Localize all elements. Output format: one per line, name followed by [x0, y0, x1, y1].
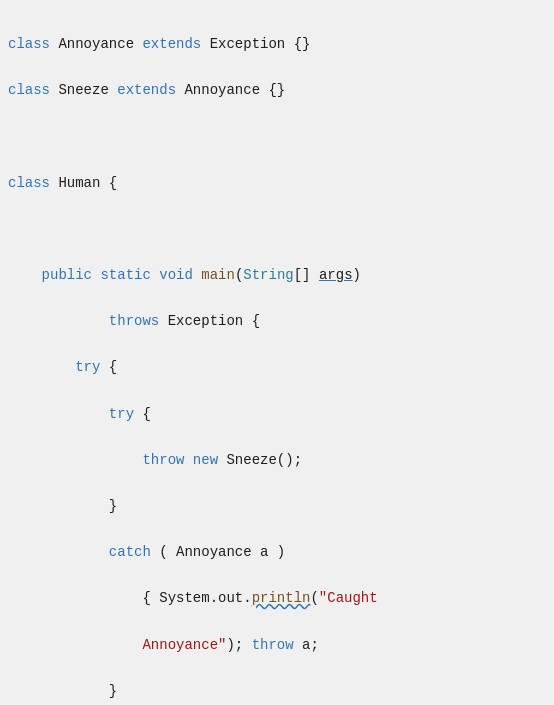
code-line-7: throws Exception {	[8, 310, 554, 333]
code-line-13: { System.out.println("Caught	[8, 587, 554, 610]
code-line-14: Annoyance"); throw a;	[8, 634, 554, 657]
code-line-10: throw new Sneeze();	[8, 449, 554, 472]
code-line-1: class Annoyance extends Exception {}	[8, 33, 554, 56]
code-line-8: try {	[8, 356, 554, 379]
code-editor: class Annoyance extends Exception {} cla…	[0, 0, 554, 705]
code-line-12: catch ( Annoyance a )	[8, 541, 554, 564]
code-line-11: }	[8, 495, 554, 518]
code-line-9: try {	[8, 403, 554, 426]
code-line-6: public static void main(String[] args)	[8, 264, 554, 287]
code-line-2: class Sneeze extends Annoyance {}	[8, 79, 554, 102]
code-line-4: class Human {	[8, 172, 554, 195]
code-line-15: }	[8, 680, 554, 703]
code-line-5	[8, 218, 554, 241]
code-line-3	[8, 125, 554, 148]
keyword-class: class	[8, 36, 50, 52]
